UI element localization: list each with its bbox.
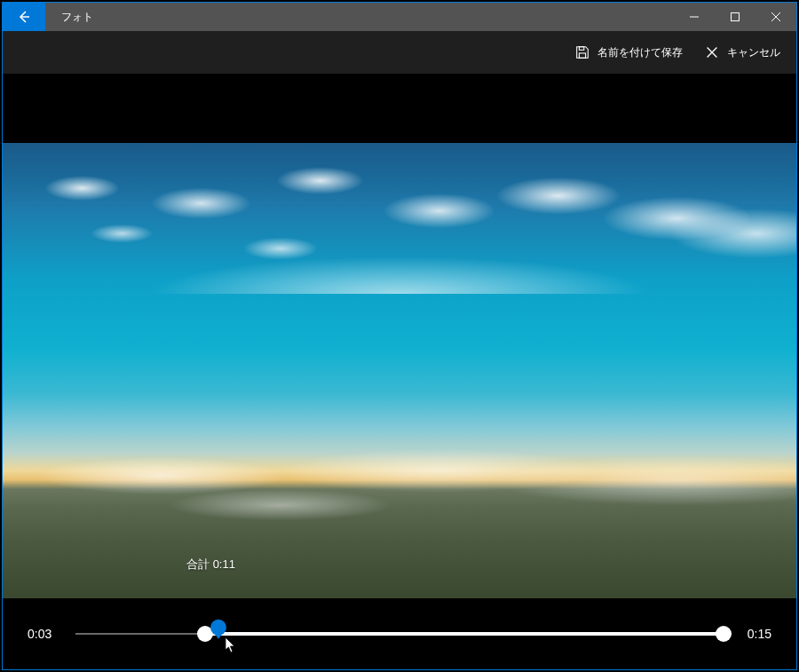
- svg-rect-6: [579, 53, 585, 58]
- trim-end-time: 0:15: [740, 627, 771, 641]
- cursor-icon: [225, 636, 237, 654]
- playhead-handle[interactable]: [210, 620, 226, 636]
- cancel-icon: [704, 44, 720, 60]
- tooltip-time: 0:11: [213, 557, 235, 571]
- trim-start-time: 0:03: [28, 627, 59, 641]
- track-selection: [205, 632, 724, 636]
- window-controls: [674, 3, 796, 31]
- trim-end-handle[interactable]: [716, 626, 732, 642]
- decorative-clouds-mid: [3, 427, 796, 525]
- maximize-button[interactable]: [715, 3, 755, 31]
- video-preview: 合計 0:11: [3, 74, 796, 598]
- svg-rect-5: [579, 47, 583, 51]
- back-button[interactable]: [3, 3, 45, 31]
- titlebar-spacer: [109, 3, 674, 31]
- mouse-cursor: [225, 636, 237, 654]
- cancel-button[interactable]: キャンセル: [695, 39, 789, 66]
- app-title: フォト: [45, 3, 109, 31]
- minimize-button[interactable]: [674, 3, 715, 31]
- duration-tooltip: 合計 0:11: [186, 557, 235, 573]
- close-icon: [771, 12, 780, 21]
- minimize-icon: [690, 12, 699, 21]
- app-window: フォト 名前を付けて保存: [2, 2, 797, 670]
- save-as-button[interactable]: 名前を付けて保存: [566, 39, 692, 66]
- tooltip-prefix: 合計: [186, 557, 213, 571]
- trim-bar: 0:03 0:15: [3, 598, 796, 669]
- save-icon: [574, 44, 590, 60]
- svg-rect-2: [732, 13, 740, 21]
- decorative-clouds-top: [3, 143, 796, 294]
- trim-track[interactable]: [75, 616, 724, 652]
- maximize-icon: [731, 12, 740, 21]
- video-frame: [3, 143, 796, 598]
- save-as-label: 名前を付けて保存: [597, 45, 683, 60]
- arrow-left-icon: [17, 10, 31, 24]
- titlebar: フォト: [3, 3, 796, 31]
- cancel-label: キャンセル: [727, 45, 780, 60]
- toolbar: 名前を付けて保存 キャンセル: [3, 31, 796, 74]
- close-button[interactable]: [755, 3, 796, 31]
